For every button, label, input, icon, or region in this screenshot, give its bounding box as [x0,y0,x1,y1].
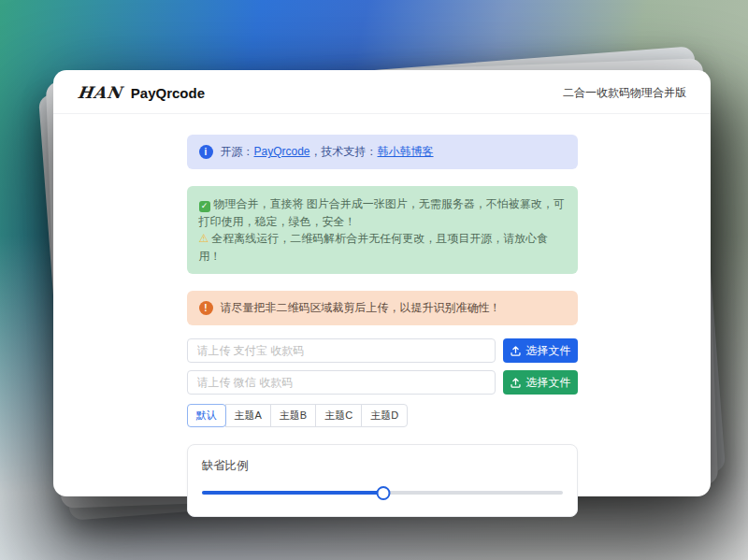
wechat-choose-file-button[interactable]: 选择文件 [503,370,578,395]
han-logo: HAN [77,83,124,102]
wechat-qrcode-input[interactable] [187,370,496,395]
stacked-card-stage: HAN PayQrcode 二合一收款码物理合并版 i 开源：PayQrcode… [53,70,711,496]
info-alert-text: 开源：PayQrcode，技术支持：韩小韩博客 [221,144,434,160]
slider-thumb[interactable] [377,486,391,500]
slider-fill [202,491,384,495]
app-title: PayQrcode [131,85,205,101]
ratio-panel: 缺省比例 [187,444,578,517]
success-alert: ✓物理合并，直接将 图片合并成一张图片，无需服务器，不怕被篡改，可打印使用，稳定… [187,186,578,274]
check-icon: ✓ [199,201,210,212]
info-text-middle: ，技术支持： [310,145,378,158]
alipay-qrcode-input[interactable] [187,338,496,363]
success-line-1: ✓物理合并，直接将 图片合并成一张图片，无需服务器，不怕被篡改，可打印使用，稳定… [199,195,566,230]
warning-alert-text: 请尽量把非二维码区域裁剪后上传，以提升识别准确性！ [221,300,501,316]
content-column: i 开源：PayQrcode，技术支持：韩小韩博客 ✓物理合并，直接将 图片合并… [187,114,578,517]
hanxiaohan-blog-link[interactable]: 韩小韩博客 [378,145,434,158]
success-text-2: 全程离线运行，二维码解析合并无任何更改，且项目开源，请放心食用！ [199,232,549,263]
alipay-upload-row: 选择文件 [187,338,578,363]
ratio-slider[interactable] [202,485,563,500]
theme-option-d[interactable]: 主题D [361,404,408,427]
success-line-2: ⚠全程离线运行，二维码解析合并无任何更改，且项目开源，请放心食用！ [199,230,566,265]
exclamation-icon: ! [199,301,213,315]
theme-option-default[interactable]: 默认 [187,404,226,427]
choose-file-label: 选择文件 [526,375,571,391]
payqrcode-link[interactable]: PayQrcode [254,145,310,158]
main-card: HAN PayQrcode 二合一收款码物理合并版 i 开源：PayQrcode… [53,70,711,496]
info-text-prefix: 开源： [221,145,254,158]
warning-triangle-icon: ⚠ [199,232,209,245]
success-text-1: 物理合并，直接将 图片合并成一张图片，无需服务器，不怕被篡改，可打印使用，稳定，… [199,197,565,228]
info-icon: i [199,145,213,159]
ratio-label: 缺省比例 [202,458,566,474]
upload-icon [510,377,522,389]
info-alert: i 开源：PayQrcode，技术支持：韩小韩博客 [187,135,578,169]
theme-selector: 默认 主题A 主题B 主题C 主题D [187,404,578,427]
header: HAN PayQrcode 二合一收款码物理合并版 [53,70,711,114]
theme-option-c[interactable]: 主题C [315,404,362,427]
edition-badge: 二合一收款码物理合并版 [563,85,686,101]
warning-alert: ! 请尽量把非二维码区域裁剪后上传，以提升识别准确性！ [187,291,578,325]
upload-icon [510,345,522,357]
choose-file-label: 选择文件 [526,343,571,359]
alipay-choose-file-button[interactable]: 选择文件 [503,338,578,363]
wechat-upload-row: 选择文件 [187,370,578,395]
theme-option-a[interactable]: 主题A [225,404,271,427]
brand: HAN PayQrcode [78,83,205,102]
theme-option-b[interactable]: 主题B [270,404,316,427]
